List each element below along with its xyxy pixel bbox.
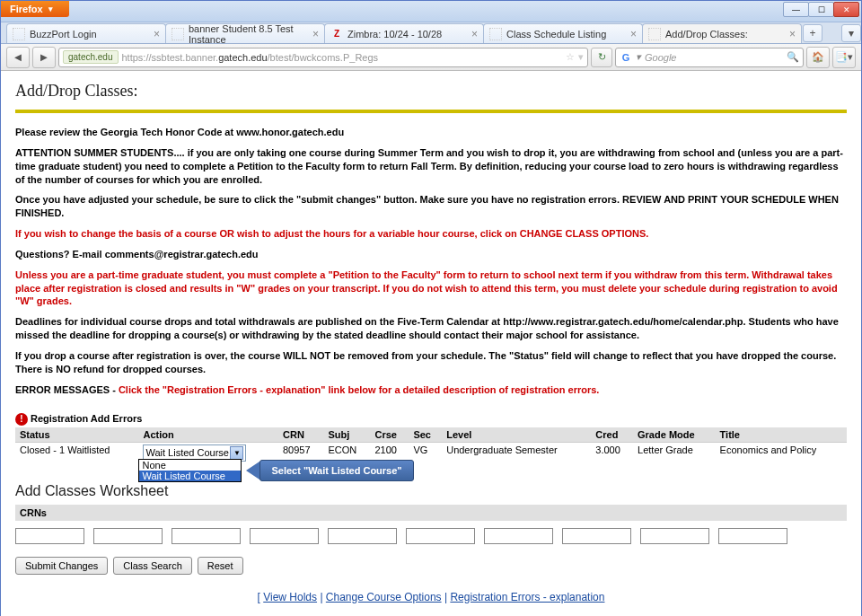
petition-warning: Unless you are a part-time graduate stud… [15,268,847,309]
page-icon [13,28,25,40]
home-button[interactable]: 🏠 [806,47,830,68]
col-cred: Cred [591,427,633,443]
link-view-holds[interactable]: View Holds [263,591,317,603]
url-dropdown-icon[interactable]: ▾ [578,51,584,63]
close-tab-icon[interactable]: × [312,28,319,40]
crn-input-2[interactable] [93,528,163,544]
class-search-button[interactable]: Class Search [113,557,191,575]
crn-input-3[interactable] [172,528,241,544]
col-grademode: Grade Mode [633,427,716,443]
page-icon [489,28,502,40]
callout-text: Select "Wait Listed Course" [259,460,413,481]
questions-contact: Questions? E-mail comments@registrar.gat… [15,248,847,261]
minimize-button[interactable]: — [783,2,809,17]
firefox-label: Firefox [10,4,43,14]
worksheet-heading: Add Classes Worksheet [15,483,847,499]
titlebar: Firefox — ☐ ✕ [1,1,861,22]
bookmarks-menu-button[interactable]: 📑▾ [832,47,856,68]
google-icon: G [620,51,632,64]
crn-input-4[interactable] [250,528,319,544]
error-messages-line: ERROR MESSAGES - Click the "Registration… [15,383,847,397]
tab-label: banner Student 8.5 Test Instance [189,23,308,43]
crn-input-6[interactable] [406,528,475,544]
bookmark-star-icon[interactable]: ☆ [566,51,575,63]
form-buttons: Submit Changes Class Search Reset [15,557,847,575]
tab-zimbra[interactable]: Z Zimbra: 10/24 - 10/28 × [324,23,484,43]
url-text: https://ssbtest.banner.gatech.edu/btest/… [122,52,563,63]
col-level: Level [442,427,591,443]
firefox-menu-button[interactable]: Firefox [1,1,69,17]
col-action: Action [138,427,278,443]
col-status: Status [15,427,138,443]
url-bar[interactable]: gatech.edu https://ssbtest.banner.gatech… [58,48,588,67]
crn-input-1[interactable] [15,528,84,544]
chevron-down-icon: ▼ [230,446,243,460]
search-dropdown-icon[interactable]: ▾ [636,51,641,63]
link-change-options[interactable]: Change Course Options [326,591,442,603]
cell-title: Economics and Policy [716,442,847,463]
cell-grademode: Letter Grade [633,442,716,463]
action-option-none[interactable]: None [139,460,241,471]
forward-button[interactable]: ► [32,47,56,68]
link-registration-errors[interactable]: Registration Errors - explanation [450,591,604,603]
close-tab-icon[interactable]: × [471,28,478,40]
crn-inputs-row [15,521,847,551]
cell-action: Wait Listed Course ▼ None Wait Listed Co… [138,442,278,463]
submit-reminder: Once you have adjusted your schedule, be… [15,193,847,220]
back-button[interactable]: ◄ [6,47,30,68]
maximize-button[interactable]: ☐ [808,2,834,17]
crn-input-10[interactable] [718,528,787,544]
reload-button[interactable]: ↻ [591,48,612,67]
cell-level: Undergraduate Semester [442,442,591,463]
crn-input-5[interactable] [328,528,397,544]
page-title: Add/Drop Classes: [15,82,847,101]
registration-errors-table: Status Action CRN Subj Crse Sec Level Cr… [15,427,847,463]
new-tab-button[interactable]: + [803,24,822,42]
page-icon [172,28,184,40]
close-tab-icon[interactable]: × [789,28,796,40]
col-title: Title [716,427,847,443]
reset-button[interactable]: Reset [198,557,243,575]
tab-buzzport[interactable]: BuzzPort Login × [6,23,166,43]
submit-changes-button[interactable]: Submit Changes [15,557,108,575]
tab-banner[interactable]: banner Student 8.5 Test Instance × [165,23,325,43]
drop-note: If you drop a course after registration … [15,349,847,376]
crn-input-9[interactable] [640,528,709,544]
list-tabs-button[interactable]: ▾ [841,24,861,42]
page-content: Add/Drop Classes: Please review the Geor… [1,71,861,612]
cell-sec: VG [409,442,442,463]
tab-adddrop[interactable]: Add/Drop Classes: × [642,23,802,43]
instruction-callout: Select "Wait Listed Course" [246,460,413,481]
summer-warning: ATTENTION SUMMER STUDENTS.... if you are… [15,146,847,187]
close-window-button[interactable]: ✕ [833,2,859,17]
close-tab-icon[interactable]: × [630,28,637,40]
tab-schedule[interactable]: Class Schedule Listing × [483,23,643,43]
search-bar[interactable]: G ▾ Google 🔍 [615,48,804,67]
search-placeholder: Google [645,52,783,63]
tab-label: Zimbra: 10/24 - 10/28 [347,29,442,40]
action-option-waitlist[interactable]: Wait Listed Course [139,471,241,481]
zimbra-icon: Z [330,28,343,40]
crn-input-8[interactable] [562,528,631,544]
url-site-identity: gatech.edu [63,50,119,64]
search-icon[interactable]: 🔍 [787,51,799,63]
cell-status: Closed - 1 Waitlisted [15,442,138,463]
close-tab-icon[interactable]: × [154,28,160,40]
action-selected-value: Wait Listed Course [145,447,230,458]
window-controls: — ☐ ✕ [784,1,861,17]
tab-label: Add/Drop Classes: [665,29,748,40]
col-crse: Crse [370,427,409,443]
browser-window: Firefox — ☐ ✕ BuzzPort Login × banner St… [0,0,862,616]
honor-code-text: Please review the Georgia Tech Honor Cod… [15,126,847,139]
bottom-links: [ View Holds | Change Course Options | R… [15,591,847,603]
crn-input-7[interactable] [484,528,553,544]
cell-cred: 3.000 [591,442,633,463]
action-dropdown-panel: None Wait Listed Course [138,459,242,482]
page-icon [648,28,661,40]
tab-label: BuzzPort Login [30,29,97,40]
page-viewport[interactable]: Add/Drop Classes: Please review the Geor… [1,71,861,616]
error-icon: ! [15,413,28,426]
tab-bar: BuzzPort Login × banner Student 8.5 Test… [1,22,861,44]
crns-label: CRNs [15,505,847,521]
deadlines-note: Deadlines for individual course drops an… [15,315,847,342]
